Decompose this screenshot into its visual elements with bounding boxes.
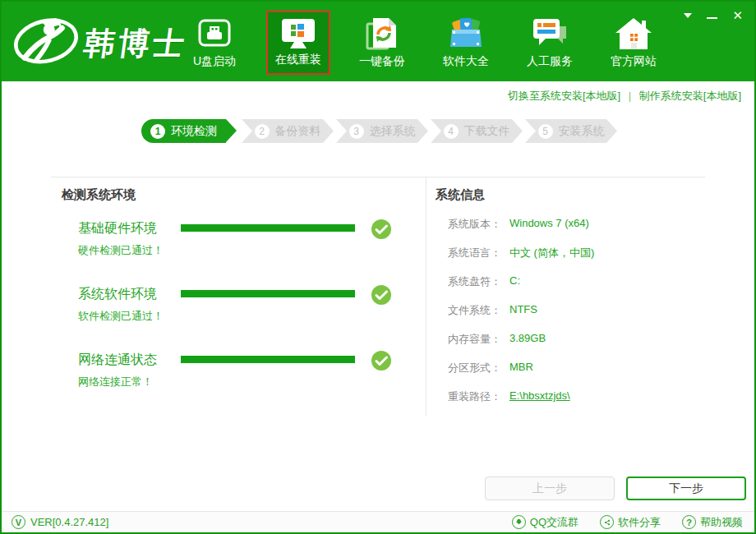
step-number: 1 xyxy=(150,124,165,139)
link-separator: | xyxy=(629,90,631,102)
nav-label: 官方网站 xyxy=(611,54,657,69)
detect-item-name: 系统软件环境 xyxy=(78,286,157,303)
version-icon: V xyxy=(12,515,25,529)
mode-switch-links: 切换至系统安装[本地版] | 制作系统安装[本地版] xyxy=(508,89,741,104)
step-label: 备份资料 xyxy=(275,124,321,139)
step-label: 环境检测 xyxy=(171,124,217,139)
detect-item-status: 软件检测已通过！ xyxy=(78,309,164,324)
share-icon xyxy=(600,515,614,529)
sysinfo-label: 分区形式： xyxy=(448,361,501,375)
nav-label: 在线重装 xyxy=(275,53,321,67)
dropdown-arrow-icon[interactable] xyxy=(684,10,692,21)
monitor-windows-icon xyxy=(279,16,317,53)
home-icon xyxy=(615,15,652,53)
step-number: 4 xyxy=(444,124,459,139)
footer-link-label: 软件分享 xyxy=(618,515,661,530)
prev-step-button[interactable]: 上一步 xyxy=(485,476,615,500)
step-label: 选择系统 xyxy=(370,124,416,139)
nav-label: U盘启动 xyxy=(193,54,236,69)
step-number: 2 xyxy=(255,124,270,139)
sysinfo-value-language: 中文 (简体，中国) xyxy=(509,246,594,260)
usb-drive-icon xyxy=(196,15,233,53)
step-install-system: 5 安装系统 xyxy=(525,119,617,143)
sysinfo-label: 重装路径： xyxy=(448,389,501,404)
footer-link-label: QQ交流群 xyxy=(530,515,579,530)
sysinfo-label: 内存容量： xyxy=(448,332,501,347)
window-controls: ✕ xyxy=(684,10,743,21)
step-environment-check: 1 环境检测 xyxy=(141,119,226,143)
check-circle-icon xyxy=(371,219,392,240)
sysinfo-panel-title: 系统信息 xyxy=(436,187,485,203)
brand-title: 韩博士 xyxy=(81,23,190,65)
nav-human-service[interactable]: 人工服务 xyxy=(518,11,582,75)
backup-refresh-icon xyxy=(364,15,400,53)
version-info: V VER[0.4.27.412] xyxy=(12,515,108,529)
detect-progress-bar xyxy=(181,224,355,232)
step-number: 3 xyxy=(349,124,364,139)
sysinfo-value-reinstall-path-link[interactable]: E:\hbsxtzjds\ xyxy=(509,389,570,402)
chat-bubbles-icon xyxy=(531,15,569,53)
content-top-divider xyxy=(51,177,705,177)
detect-item-name: 网络连通状态 xyxy=(78,352,157,369)
footer-link-label: 帮助视频 xyxy=(700,515,743,530)
detect-progress-bar xyxy=(181,290,355,297)
detect-progress-bar xyxy=(181,356,355,363)
minimize-icon[interactable] xyxy=(707,10,717,21)
version-text: VER[0.4.27.412] xyxy=(30,516,108,528)
sysinfo-value-partition: MBR xyxy=(509,361,533,373)
qq-icon xyxy=(512,515,526,529)
brand-logo-icon xyxy=(12,8,81,72)
sysinfo-value-system-drive: C: xyxy=(509,274,520,287)
sysinfo-value-memory: 3.89GB xyxy=(509,332,546,344)
sysinfo-label: 系统语言： xyxy=(448,246,501,260)
switch-to-local-install-link[interactable]: 切换至系统安装[本地版] xyxy=(508,90,620,102)
detect-item-status: 硬件检测已通过！ xyxy=(78,243,164,258)
close-icon[interactable]: ✕ xyxy=(732,10,743,21)
make-local-install-link[interactable]: 制作系统安装[本地版] xyxy=(639,90,741,102)
sysinfo-value-filesystem: NTFS xyxy=(509,303,537,315)
main-nav: U盘启动 在线重装 xyxy=(182,2,666,81)
step-label: 下载文件 xyxy=(464,124,510,139)
header: 韩博士 U盘启动 xyxy=(2,2,754,81)
help-video-link[interactable]: ? 帮助视频 xyxy=(682,515,743,530)
step-label: 安装系统 xyxy=(559,124,605,139)
footer-links: QQ交流群 软件分享 ? 帮助视频 xyxy=(512,515,743,530)
question-icon: ? xyxy=(682,515,696,529)
sysinfo-value-os-version: Windows 7 (x64) xyxy=(509,217,589,229)
nav-one-key-backup[interactable]: 一键备份 xyxy=(350,11,414,75)
sysinfo-label: 系统版本： xyxy=(448,217,501,232)
nav-label: 一键备份 xyxy=(359,54,405,69)
detect-item-name: 基础硬件环境 xyxy=(78,220,157,237)
nav-software-collection[interactable]: 软件大全 xyxy=(434,11,498,75)
software-box-icon xyxy=(447,15,485,53)
software-share-link[interactable]: 软件分享 xyxy=(600,515,661,530)
panel-divider xyxy=(426,177,426,417)
progress-steps: 1 环境检测 2 备份资料 3 选择系统 4 下载文件 5 安装系统 xyxy=(141,119,617,143)
qq-group-link[interactable]: QQ交流群 xyxy=(512,515,579,530)
sysinfo-label: 文件系统： xyxy=(448,303,501,318)
footer-bar: V VER[0.4.27.412] QQ交流群 软件分享 ? xyxy=(2,511,754,532)
sysinfo-label: 系统盘符： xyxy=(448,274,501,289)
check-circle-icon xyxy=(371,284,392,306)
nav-label: 软件大全 xyxy=(443,54,489,69)
step-select-system: 3 选择系统 xyxy=(336,119,428,143)
nav-usb-boot[interactable]: U盘启动 xyxy=(182,11,247,75)
app-window: 韩博士 U盘启动 xyxy=(0,0,756,534)
nav-official-website[interactable]: 官方网站 xyxy=(602,11,666,75)
next-step-button[interactable]: 下一步 xyxy=(626,476,746,500)
check-circle-icon xyxy=(371,350,392,371)
step-number: 5 xyxy=(538,124,553,139)
detection-panel-title: 检测系统环境 xyxy=(62,187,136,203)
step-backup-data: 2 备份资料 xyxy=(242,119,334,143)
nav-online-reinstall[interactable]: 在线重装 xyxy=(266,11,330,75)
nav-label: 人工服务 xyxy=(527,54,573,69)
step-download-files: 4 下载文件 xyxy=(431,119,523,143)
detect-item-status: 网络连接正常！ xyxy=(78,375,153,389)
